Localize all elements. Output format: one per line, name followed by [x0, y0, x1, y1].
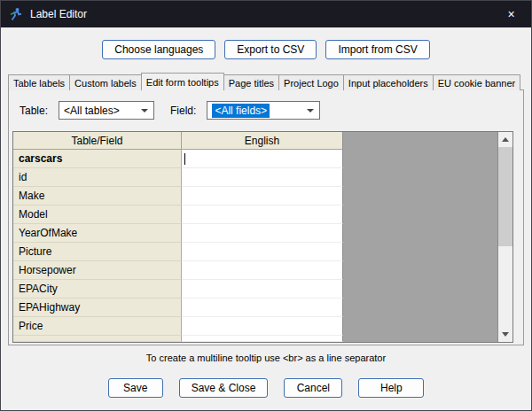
english-cell[interactable]: [182, 243, 343, 261]
english-cell[interactable]: [182, 224, 343, 243]
tab-bar: Table labels Custom labels Edit form too…: [8, 73, 524, 90]
cancel-button[interactable]: Cancel: [284, 378, 342, 398]
table-row: Price: [13, 317, 343, 336]
english-cell[interactable]: [182, 299, 343, 317]
chevron-down-icon: [307, 109, 314, 112]
close-icon: ×: [507, 7, 514, 21]
app-icon: [9, 7, 23, 21]
toolbar: Choose languages Export to CSV Import fr…: [1, 40, 531, 59]
table-row: carscars: [13, 150, 343, 168]
help-button[interactable]: Help: [358, 378, 424, 398]
tab-custom-labels[interactable]: Custom labels: [69, 74, 142, 90]
field-cell[interactable]: Horsepower: [13, 261, 182, 280]
english-cell[interactable]: [182, 168, 343, 187]
scroll-up-button[interactable]: [498, 132, 512, 147]
table-row: [13, 336, 343, 342]
english-cell[interactable]: [182, 317, 343, 336]
field-filter-value: <All fields>: [212, 104, 270, 118]
field-cell[interactable]: EPAHighway: [13, 299, 182, 317]
tab-edit-form-tooltips[interactable]: Edit form tooltips: [141, 73, 224, 90]
close-button[interactable]: ×: [491, 1, 531, 27]
scroll-down-icon: [502, 332, 509, 337]
table-row: EPACity: [13, 280, 343, 299]
table-row: Picture: [13, 243, 343, 261]
grid-columns: Table/Field English carscars id Make Mod…: [13, 132, 343, 342]
grid-header-row: Table/Field English: [13, 132, 343, 150]
field-cell[interactable]: carscars: [13, 150, 182, 168]
import-csv-button[interactable]: Import from CSV: [325, 40, 429, 59]
table-row: EPAHighway: [13, 299, 343, 317]
chevron-down-icon: [141, 109, 148, 112]
choose-languages-button[interactable]: Choose languages: [102, 40, 215, 59]
column-header-table-field: Table/Field: [13, 132, 182, 150]
table-row: Horsepower: [13, 261, 343, 280]
titlebar: Label Editor ×: [1, 1, 531, 27]
english-cell[interactable]: [182, 206, 343, 224]
english-cell[interactable]: [182, 150, 343, 168]
scroll-down-button[interactable]: [498, 327, 512, 342]
hint-text: To create a multiline tooltip use <br> a…: [1, 353, 531, 363]
table-filter-select[interactable]: <All tables>: [59, 101, 154, 120]
tab-table-labels[interactable]: Table labels: [8, 74, 70, 90]
scrollbar-track[interactable]: [498, 147, 512, 327]
scrollbar-thumb[interactable]: [498, 147, 512, 246]
save-button[interactable]: Save: [108, 378, 163, 398]
field-cell[interactable]: Model: [13, 206, 182, 224]
field-cell[interactable]: EPACity: [13, 280, 182, 299]
export-csv-button[interactable]: Export to CSV: [224, 40, 317, 59]
field-cell[interactable]: [13, 336, 182, 342]
tab-page-titles[interactable]: Page titles: [223, 74, 279, 90]
filter-row: Table: <All tables> Field: <All fields>: [20, 101, 320, 120]
grid-empty-area: [343, 132, 497, 342]
table-row: Make: [13, 187, 343, 206]
table-filter-label: Table:: [20, 105, 48, 117]
field-cell[interactable]: YearOfMake: [13, 224, 182, 243]
tab-panel: Table: <All tables> Field: <All fields> …: [8, 89, 524, 345]
field-cell[interactable]: id: [13, 168, 182, 187]
save-close-button[interactable]: Save & Close: [179, 378, 269, 398]
table-row: YearOfMake: [13, 224, 343, 243]
tab-project-logo[interactable]: Project Logo: [278, 74, 344, 90]
window-title: Label Editor: [30, 8, 87, 20]
field-cell[interactable]: Make: [13, 187, 182, 206]
table-filter-value: <All tables>: [64, 105, 120, 117]
field-filter-select[interactable]: <All fields>: [207, 101, 320, 120]
field-cell[interactable]: Price: [13, 317, 182, 336]
vertical-scrollbar[interactable]: [497, 132, 512, 342]
text-caret: [184, 153, 185, 165]
label-editor-window: Label Editor × Choose languages Export t…: [0, 0, 532, 411]
english-cell[interactable]: [182, 187, 343, 206]
tooltips-grid: Table/Field English carscars id Make Mod…: [12, 131, 513, 343]
tab-eu-cookie-banner[interactable]: EU cookie banner: [433, 74, 520, 90]
english-cell[interactable]: [182, 280, 343, 299]
scroll-up-icon: [502, 137, 509, 142]
column-header-english: English: [182, 132, 343, 150]
table-row: id: [13, 168, 343, 187]
field-filter-label: Field:: [170, 105, 196, 117]
english-cell[interactable]: [182, 336, 343, 342]
table-row: Model: [13, 206, 343, 224]
tab-input-placeholders[interactable]: Input placeholders: [343, 74, 434, 90]
footer-buttons: Save Save & Close Cancel Help: [1, 378, 531, 398]
field-cell[interactable]: Picture: [13, 243, 182, 261]
english-cell[interactable]: [182, 261, 343, 280]
